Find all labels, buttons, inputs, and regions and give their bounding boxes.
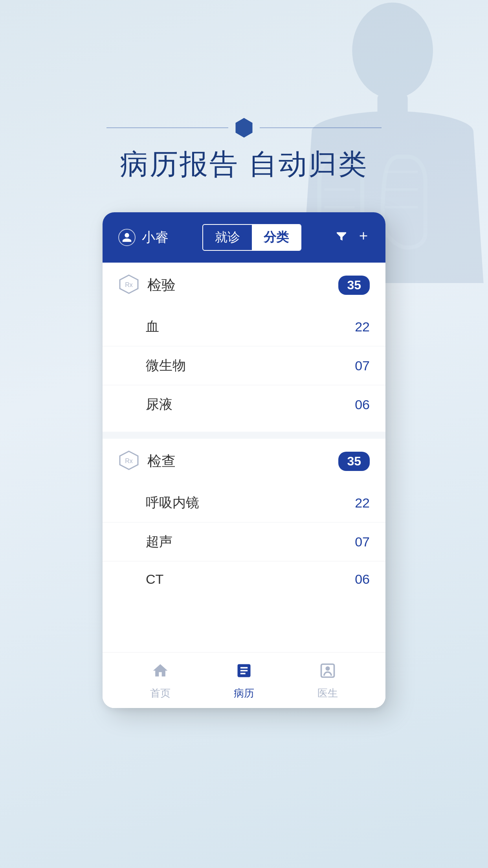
sub-item-name: 尿液: [146, 395, 172, 414]
add-icon[interactable]: [357, 229, 370, 246]
sub-item-count: 22: [355, 495, 370, 511]
category-jiyan-name: 检验: [147, 276, 176, 295]
category-jiyan-count: 35: [338, 276, 370, 295]
card-body: Rx 检验 35 血 22 微生物 07 尿液 06: [103, 263, 385, 708]
nav-item-doctor[interactable]: 医生: [317, 662, 338, 700]
category-jiyan-header[interactable]: Rx 检验 35: [103, 263, 385, 307]
deco-line-right: [260, 127, 382, 128]
user-avatar-icon: [118, 229, 136, 246]
category-jiyan-icon: Rx: [118, 274, 139, 296]
svg-point-0: [352, 2, 433, 98]
section-divider: [103, 432, 385, 439]
sub-item-count: 07: [355, 358, 370, 373]
sub-item-count: 07: [355, 534, 370, 550]
deco-hexagon: [234, 118, 254, 138]
page-title: 病历报告 自动归类: [120, 145, 368, 183]
header-decoration: [106, 118, 382, 138]
category-jicha-name: 检查: [147, 452, 176, 471]
sub-item-count: 06: [355, 397, 370, 412]
filter-icon[interactable]: [335, 229, 348, 246]
doctor-icon: [319, 662, 336, 683]
user-info: 小睿: [118, 228, 169, 246]
category-jicha-count: 35: [338, 452, 370, 471]
list-item[interactable]: CT 06: [103, 561, 385, 597]
tab-visit[interactable]: 就诊: [203, 225, 252, 250]
category-jiyan: Rx 检验 35 血 22 微生物 07 尿液 06: [103, 263, 385, 432]
sub-item-count: 22: [355, 319, 370, 335]
svg-point-13: [326, 666, 330, 671]
list-item[interactable]: 微生物 07: [103, 346, 385, 385]
home-icon: [152, 662, 169, 683]
sub-item-name: 微生物: [146, 357, 186, 375]
sub-item-name: 血: [146, 318, 159, 336]
nav-label-records: 病历: [234, 686, 254, 700]
bottom-nav: 首页 病历 医生: [103, 652, 385, 708]
sub-item-name: 呼吸内镜: [146, 494, 199, 512]
nav-item-home[interactable]: 首页: [150, 662, 171, 700]
card-header: 小睿 就诊 分类: [103, 212, 385, 263]
sub-item-name: 超声: [146, 533, 172, 551]
deco-line-left: [106, 127, 228, 128]
header-actions: [335, 229, 370, 246]
svg-text:Rx: Rx: [125, 281, 133, 288]
category-jicha-left: Rx 检查: [118, 450, 176, 473]
nav-label-home: 首页: [150, 686, 171, 700]
phone-card: 小睿 就诊 分类: [103, 212, 385, 708]
category-jicha: Rx 检查 35 呼吸内镜 22 超声 07 CT 06: [103, 439, 385, 605]
tab-group: 就诊 分类: [202, 224, 301, 251]
category-jicha-icon: Rx: [118, 450, 139, 473]
sub-item-count: 06: [355, 572, 370, 587]
records-icon: [235, 662, 253, 683]
list-item[interactable]: 血 22: [103, 307, 385, 346]
username: 小睿: [142, 228, 169, 246]
sub-item-name: CT: [146, 572, 163, 587]
nav-label-doctor: 医生: [317, 686, 338, 700]
tab-category[interactable]: 分类: [252, 225, 301, 250]
nav-item-records[interactable]: 病历: [234, 662, 254, 700]
list-item[interactable]: 尿液 06: [103, 385, 385, 424]
category-jicha-subitems: 呼吸内镜 22 超声 07 CT 06: [103, 484, 385, 605]
category-jicha-header[interactable]: Rx 检查 35: [103, 439, 385, 484]
category-jiyan-left: Rx 检验: [118, 274, 176, 296]
list-item[interactable]: 呼吸内镜 22: [103, 484, 385, 522]
empty-area: [103, 605, 385, 652]
svg-text:Rx: Rx: [125, 458, 133, 464]
category-jiyan-subitems: 血 22 微生物 07 尿液 06: [103, 307, 385, 432]
list-item[interactable]: 超声 07: [103, 522, 385, 561]
